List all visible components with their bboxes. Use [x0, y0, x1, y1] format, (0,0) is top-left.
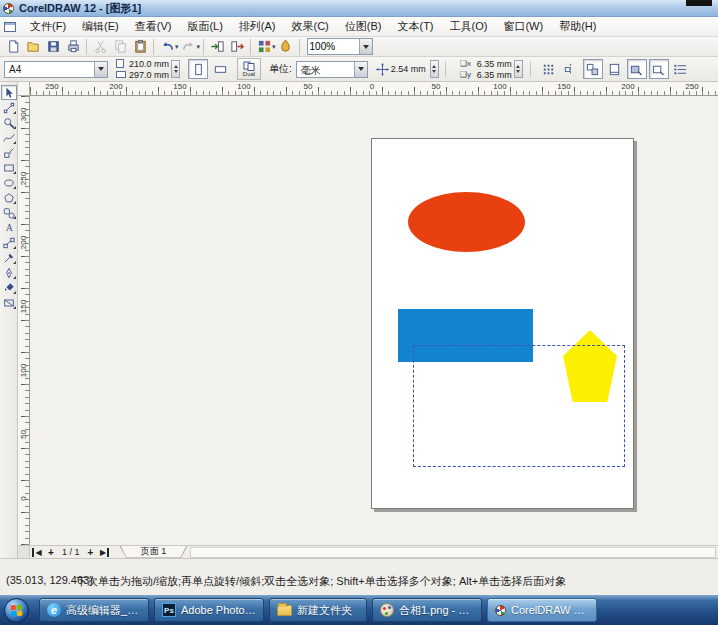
redo-icon[interactable]	[179, 38, 199, 56]
paper-width-value[interactable]: 210.0 mm	[129, 59, 169, 69]
first-page-button[interactable]: ◀	[30, 546, 44, 558]
menu-effects[interactable]: 效果(C)	[284, 17, 337, 36]
ellipse-tool[interactable]	[1, 175, 17, 190]
duplicate-x-value[interactable]: 6.35 mm	[477, 59, 512, 69]
start-button[interactable]	[4, 598, 29, 623]
portrait-button[interactable]	[188, 59, 208, 79]
zoom-level-input[interactable]	[310, 39, 356, 54]
menu-arrange[interactable]: 排列(A)	[231, 17, 284, 36]
toolbar-separator	[203, 39, 204, 55]
outline-pen-tool[interactable]	[1, 265, 17, 280]
taskbar-button-photoshop[interactable]: Ps Adobe Photosh...	[154, 598, 264, 622]
duplicate-y-value[interactable]: 6.35 mm	[477, 70, 512, 80]
zoom-tool[interactable]	[1, 115, 17, 130]
open-icon[interactable]	[23, 38, 43, 56]
taskbar-button-paint[interactable]: 合相1.png - 画图	[372, 598, 482, 622]
window-controls-cutoff	[686, 0, 712, 6]
smart-drawing-tool[interactable]	[1, 145, 17, 160]
vruler-label: 50	[19, 427, 28, 443]
hruler-label: 150	[173, 82, 186, 91]
vruler-label: 300	[19, 107, 28, 123]
scroll-corner[interactable]	[18, 546, 30, 558]
units-dropdown-button[interactable]	[354, 62, 367, 77]
units-combo[interactable]: 毫米	[296, 61, 368, 78]
menu-bitmaps[interactable]: 位图(B)	[337, 17, 390, 36]
add-page-before-button[interactable]: +	[44, 546, 58, 558]
zoom-level-combo[interactable]	[307, 38, 373, 55]
undo-icon[interactable]	[157, 38, 177, 56]
landscape-button[interactable]	[210, 59, 230, 79]
last-page-button[interactable]: ▶	[98, 546, 112, 558]
paper-type-combo[interactable]: A4	[4, 61, 108, 78]
add-page-after-button[interactable]: +	[84, 546, 98, 558]
snap-to-guidelines-button[interactable]	[561, 59, 581, 79]
zoom-dropdown-button[interactable]	[359, 39, 372, 54]
units-label: 单位:	[269, 62, 292, 76]
save-icon[interactable]	[43, 38, 63, 56]
propbar-separator	[530, 61, 531, 77]
taskbar-button-ie[interactable]: e 高级编辑器_百度...	[39, 598, 149, 622]
interactive-blend-tool[interactable]	[1, 235, 17, 250]
export-icon[interactable]	[227, 38, 247, 56]
taskbar-button-folder[interactable]: 新建文件夹	[269, 598, 367, 622]
horizontal-scrollbar-track[interactable]	[190, 547, 716, 558]
menu-text[interactable]: 文本(T)	[389, 17, 441, 36]
paper-type-dropdown-button[interactable]	[94, 62, 107, 77]
ruler-origin-corner[interactable]	[18, 82, 30, 96]
hruler-label: 100	[237, 82, 250, 91]
hruler-label: 250	[685, 82, 698, 91]
basic-shapes-tool[interactable]	[1, 205, 17, 220]
paste-icon[interactable]	[130, 38, 150, 56]
print-icon[interactable]	[63, 38, 83, 56]
pick-tool[interactable]	[1, 85, 17, 100]
menu-tools[interactable]: 工具(O)	[442, 17, 496, 36]
menu-file[interactable]: 文件(F)	[22, 17, 74, 36]
horizontal-ruler[interactable]: 250 200 150 100 50 0 50 100 150 200 250	[30, 82, 718, 96]
page-tab[interactable]: 页面 1	[120, 546, 188, 559]
nudge-offset-control: 2.54 mm	[376, 60, 439, 78]
text-tool[interactable]: A	[1, 220, 17, 235]
copy-icon[interactable]	[110, 38, 130, 56]
duplicate-distance-spinner[interactable]	[514, 60, 523, 78]
menu-window[interactable]: 窗口(W)	[495, 17, 551, 36]
new-icon[interactable]	[3, 38, 23, 56]
set-default-all-pages-button[interactable]: Dual	[237, 58, 261, 80]
nudge-offset-value[interactable]: 2.54 mm	[391, 64, 426, 74]
paper-size-spinner[interactable]	[171, 60, 180, 78]
menu-edit[interactable]: 编辑(E)	[74, 17, 127, 36]
corel-online-icon[interactable]	[276, 38, 296, 56]
vertical-ruler[interactable]: 300 250 200 150 100 50 0	[18, 96, 30, 545]
paper-height-value[interactable]: 297.0 mm	[129, 70, 169, 80]
nudge-spinner[interactable]	[430, 60, 439, 78]
interactive-fill-tool[interactable]	[1, 295, 17, 310]
snap-to-grid-button[interactable]	[539, 59, 559, 79]
menu-help[interactable]: 帮助(H)	[551, 17, 604, 36]
duplicate-y-icon: ❏y	[460, 70, 474, 79]
snap-to-page-button[interactable]	[605, 59, 625, 79]
paper-size-block: 210.0 mm 297.0 mm	[116, 59, 180, 80]
menu-view[interactable]: 查看(V)	[127, 17, 180, 36]
cut-icon[interactable]	[90, 38, 110, 56]
ellipse-shape[interactable]	[408, 192, 525, 252]
treat-as-filled-button[interactable]	[627, 59, 647, 79]
application-launcher-icon[interactable]	[254, 38, 274, 56]
treat-as-outlined-button[interactable]	[649, 59, 669, 79]
eyedropper-tool[interactable]	[1, 250, 17, 265]
shape-tool[interactable]	[1, 100, 17, 115]
svg-text:A: A	[6, 223, 13, 233]
freehand-tool[interactable]	[1, 130, 17, 145]
fill-tool[interactable]	[1, 280, 17, 295]
snap-to-objects-button[interactable]	[583, 59, 603, 79]
coreldraw-window: CorelDRAW 12 - [图形1] 文件(F) 编辑(E) 查看(V) 版…	[0, 0, 718, 625]
hruler-label: 200	[621, 82, 634, 91]
rectangle-tool[interactable]	[1, 160, 17, 175]
child-window-icon[interactable]	[4, 22, 16, 32]
windows-taskbar: e 高级编辑器_百度... Ps Adobe Photosh... 新建文件夹 …	[0, 595, 718, 625]
object-properties-button[interactable]	[671, 59, 691, 79]
taskbar-button-coreldraw[interactable]: CorelDRAW 12 -...	[487, 598, 597, 622]
polygon-tool[interactable]	[1, 190, 17, 205]
import-icon[interactable]	[207, 38, 227, 56]
drawing-area[interactable]	[30, 96, 718, 545]
menu-layout[interactable]: 版面(L)	[179, 17, 230, 36]
page-navigation-bar: ◀ + 1 / 1 + ▶ 页面 1	[18, 545, 718, 558]
